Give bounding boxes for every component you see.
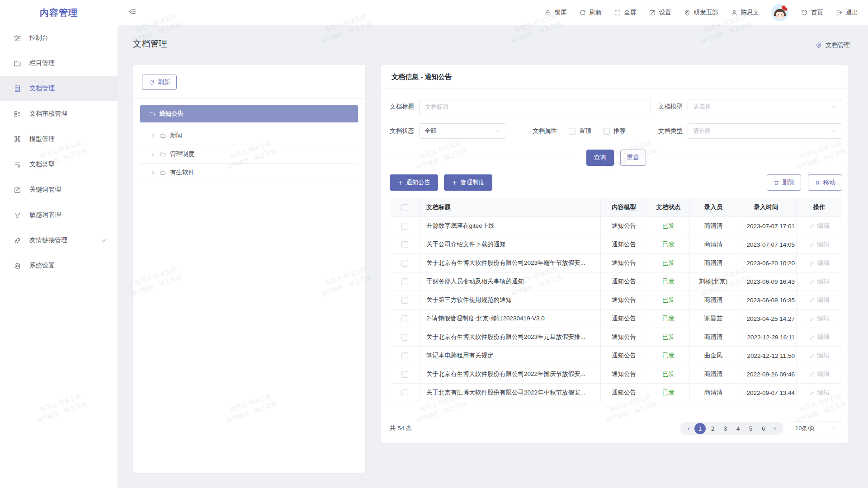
department-button[interactable]: 研发五部 xyxy=(684,9,718,17)
sidebar-item-doc-types[interactable]: 文档类型 xyxy=(0,152,118,177)
row-checkbox[interactable] xyxy=(401,260,408,267)
refresh-button[interactable]: 刷新 xyxy=(579,9,602,17)
col-title: 文档标题 xyxy=(420,198,601,216)
row-checkbox[interactable] xyxy=(401,389,408,396)
status-badge: 已发 xyxy=(662,314,675,323)
page-button-6[interactable]: 6 xyxy=(758,423,769,434)
logout-button[interactable]: 退出 xyxy=(835,9,858,17)
row-checkbox[interactable] xyxy=(401,334,408,341)
pencil-icon xyxy=(809,316,815,322)
avatar[interactable] xyxy=(771,4,788,21)
attr-recommend-checkbox[interactable]: 推荐 xyxy=(603,127,626,135)
sidebar-item-models[interactable]: ⌘模型管理 xyxy=(0,127,118,152)
user-button[interactable]: 陈思文 xyxy=(731,9,760,17)
cell-model: 通知公告 xyxy=(601,291,647,309)
row-checkbox[interactable] xyxy=(401,278,408,285)
total-count: 共 54 条 xyxy=(390,424,412,432)
cell-title: 关于公司介绍文件下载的通知 xyxy=(420,235,601,253)
checkbox[interactable] xyxy=(603,128,610,135)
row-checkbox[interactable] xyxy=(401,371,408,378)
next-page-button[interactable]: › xyxy=(770,425,779,432)
cell-time: 2023-06-09 16:35 xyxy=(737,291,797,309)
tree-node[interactable]: 有生软件 xyxy=(140,164,358,182)
cell-model: 通知公告 xyxy=(601,253,647,272)
reset-button[interactable]: 重置 xyxy=(620,150,646,166)
page-button-4[interactable]: 4 xyxy=(732,423,744,434)
col-editor: 录入员 xyxy=(690,198,737,216)
attr-top-checkbox[interactable]: 置顶 xyxy=(569,127,591,135)
add-notice-button[interactable]: 通知公告 xyxy=(390,174,438,191)
row-checkbox[interactable] xyxy=(401,352,408,359)
sidebar-item-system-settings[interactable]: 系统设置 xyxy=(0,253,118,278)
cell-operations: 编辑 xyxy=(797,216,842,235)
prev-page-button[interactable]: ‹ xyxy=(684,425,693,432)
undo-arrow-icon xyxy=(801,9,808,16)
fullscreen-button[interactable]: 全屏 xyxy=(614,9,637,17)
move-button[interactable]: 移动 xyxy=(808,174,842,191)
edit-button[interactable]: 编辑 xyxy=(809,240,830,249)
delete-button[interactable]: 删除 xyxy=(767,174,801,191)
lock-screen-button[interactable]: 锁屏 xyxy=(544,9,567,17)
page-button-5[interactable]: 5 xyxy=(745,423,756,434)
tree-node[interactable]: 新闻 xyxy=(140,127,358,145)
tree-node[interactable]: 管理制度 xyxy=(140,145,358,164)
row-checkbox[interactable] xyxy=(401,223,408,230)
select-all-checkbox[interactable] xyxy=(401,204,408,211)
sidebar-item-keywords[interactable]: 关键词管理 xyxy=(0,177,118,202)
sidebar-item-doc-audit[interactable]: 文档审核管理 xyxy=(0,101,118,127)
sidebar-item-columns[interactable]: 栏目管理 xyxy=(0,51,118,76)
cell-operations: 编辑 xyxy=(797,346,842,365)
move-arrows-icon xyxy=(815,180,821,186)
row-checkbox[interactable] xyxy=(401,315,408,322)
cell-status: 已发 xyxy=(647,365,690,383)
doc-model-select[interactable]: 请选择 xyxy=(688,99,842,114)
page-button-3[interactable]: 3 xyxy=(720,423,731,434)
cell-title: 于财务部人员变动及相关事项的通知 xyxy=(420,272,601,291)
cell-title: 关于北京有生博大软件股份有限公司2023年端午节放假安... xyxy=(420,253,601,272)
cell-status: 已发 xyxy=(647,346,690,365)
page-button-1[interactable]: 1 xyxy=(694,423,706,434)
cell-operations: 编辑 xyxy=(797,291,842,309)
doc-title-input[interactable] xyxy=(419,99,651,114)
row-checkbox[interactable] xyxy=(401,297,408,304)
doc-status-select[interactable]: 全部 xyxy=(419,123,506,139)
edit-button[interactable]: 编辑 xyxy=(809,277,830,286)
doc-attr-label: 文档属性 xyxy=(533,127,557,135)
settings-button[interactable]: 设置 xyxy=(649,9,671,17)
page-button-2[interactable]: 2 xyxy=(707,423,718,434)
cell-time: 2023-06-20 10:20 xyxy=(737,253,797,272)
edit-button[interactable]: 编辑 xyxy=(809,370,830,378)
pencil-icon xyxy=(809,279,815,285)
sidebar-collapse-button[interactable] xyxy=(128,7,137,17)
chevron-down-icon xyxy=(495,128,501,134)
doc-type-select[interactable]: 请选择 xyxy=(688,123,842,139)
cell-model: 通知公告 xyxy=(601,346,647,365)
table-actions: 通知公告 管理制度 删除 移动 xyxy=(381,166,848,198)
sidebar-item-console[interactable]: 控制台 xyxy=(0,25,118,51)
command-icon: ⌘ xyxy=(14,136,21,143)
edit-button[interactable]: 编辑 xyxy=(809,314,830,323)
app-logo: 内容管理 xyxy=(0,0,118,25)
row-checkbox[interactable] xyxy=(401,241,408,248)
cell-editor: 商清清 xyxy=(690,235,737,253)
cell-model: 通知公告 xyxy=(601,365,647,383)
edit-button[interactable]: 编辑 xyxy=(809,389,830,397)
sidebar-item-friend-links[interactable]: 友情链接管理 xyxy=(0,228,118,253)
sidebar-item-documents[interactable]: 文档管理 xyxy=(0,76,118,101)
cell-model: 通知公告 xyxy=(601,272,647,291)
add-rule-button[interactable]: 管理制度 xyxy=(444,174,492,191)
edit-button[interactable]: 编辑 xyxy=(809,259,830,267)
home-button[interactable]: 首页 xyxy=(801,9,823,17)
edit-button[interactable]: 编辑 xyxy=(809,333,830,341)
edit-button[interactable]: 编辑 xyxy=(809,222,830,230)
tree-refresh-button[interactable]: 刷新 xyxy=(142,75,177,90)
edit-button[interactable]: 编辑 xyxy=(809,296,830,304)
pencil-icon xyxy=(809,223,815,229)
tree-node-selected[interactable]: 通知公告 xyxy=(140,105,358,122)
sidebar-item-sensitive-words[interactable]: 敏感词管理 xyxy=(0,202,118,228)
page-size-select[interactable]: 10条/页 xyxy=(790,422,842,435)
search-button[interactable]: 查询 xyxy=(586,150,614,166)
pencil-icon xyxy=(809,390,815,396)
checkbox[interactable] xyxy=(569,128,576,135)
edit-button[interactable]: 编辑 xyxy=(809,352,830,360)
